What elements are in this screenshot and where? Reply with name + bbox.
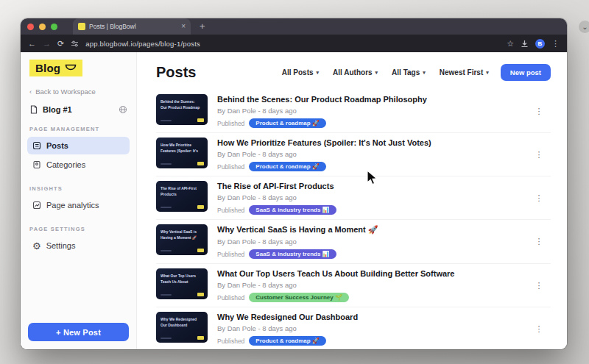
thumbnail-caption-bar (161, 163, 172, 165)
post-status-row: Published SaaS & industry trends 📊 (217, 249, 526, 259)
status-label: Published (217, 120, 244, 127)
thumbnail-title-text: The Rise of API-First Products (161, 185, 202, 198)
posts-page: Posts All Posts ▾ All Authors ▾ All Tags… (137, 52, 567, 349)
categories-icon (32, 160, 41, 169)
section-label-page-settings: PAGE SETTINGS (29, 226, 127, 232)
sidebar-item-posts[interactable]: Posts (27, 137, 130, 154)
tag-badge[interactable]: SaaS & industry trends 📊 (249, 205, 336, 215)
post-title[interactable]: Why We Redesigned Our Dashboard (217, 313, 526, 321)
post-menu-icon[interactable]: ⋮ (535, 107, 543, 116)
globe-icon[interactable] (119, 105, 127, 114)
post-byline: By Dan Pole - 8 days ago (217, 324, 526, 332)
post-menu-icon[interactable]: ⋮ (535, 237, 543, 246)
minimize-window-button[interactable] (39, 24, 46, 30)
sidebar-item-page-analytics[interactable]: Page analytics (27, 196, 130, 214)
back-to-workspace-link[interactable]: ‹ Back to Workspace (29, 88, 127, 96)
sidebar: Blog ‹ Back to Workspace Blog #1 (21, 52, 137, 349)
blogbowl-favicon (78, 23, 85, 30)
workspace-selector[interactable]: Blog #1 (29, 105, 127, 114)
filter-all-posts[interactable]: All Posts ▾ (282, 68, 319, 76)
profile-avatar[interactable]: B (535, 39, 545, 49)
close-window-button[interactable] (27, 24, 34, 30)
close-tab-icon[interactable]: × (181, 23, 186, 30)
thumbnail-title-text: Why Vertical SaaS is Having a Moment 🚀 (161, 229, 202, 241)
post-row[interactable]: Why Vertical SaaS is Having a Moment 🚀 W… (156, 220, 551, 264)
back-icon[interactable]: ← (28, 40, 36, 48)
thumbnail-title-text: Why We Redesigned Our Dashboard (161, 316, 202, 329)
post-title[interactable]: Why Vertical SaaS is Having a Moment 🚀 (217, 225, 526, 235)
post-summary: Why We Redesigned Our Dashboard By Dan P… (217, 312, 526, 346)
sidebar-item-settings[interactable]: ⚙ Settings (27, 237, 130, 254)
post-byline: By Dan Pole - 8 days ago (217, 193, 526, 201)
post-status-row: Published Product & roadmap 🚀 (217, 336, 526, 346)
post-summary: The Rise of API-First Products By Dan Po… (217, 181, 526, 215)
filter-all-authors[interactable]: All Authors ▾ (333, 68, 378, 76)
thumbnail-caption-bar (161, 207, 172, 208)
post-menu-icon[interactable]: ⋮ (535, 324, 543, 334)
zoom-window-button[interactable] (51, 24, 57, 30)
post-thumbnail[interactable]: Why We Redesigned Our Dashboard (156, 312, 208, 343)
address-bar[interactable]: app.blogbowl.io/pages/blog-1/posts (85, 40, 500, 48)
post-thumbnail[interactable]: Behind the Scenes: Our Product Roadmap P… (156, 94, 208, 125)
tag-badge[interactable]: Product & roadmap 🚀 (249, 336, 325, 346)
bookmark-star-icon[interactable]: ☆ (507, 40, 514, 48)
post-menu-icon[interactable]: ⋮ (535, 281, 543, 290)
thumbnail-logo-mark (197, 118, 204, 122)
sidebar-item-label: Page analytics (46, 201, 99, 210)
page-title: Posts (156, 64, 196, 81)
thumbnail-caption-bar (161, 338, 172, 339)
tag-badge[interactable]: Product & roadmap 🚀 (249, 118, 325, 128)
post-title[interactable]: The Rise of API-First Products (217, 182, 526, 190)
caret-down-icon: ▾ (375, 70, 378, 76)
post-summary: What Our Top Users Teach Us About Buildi… (217, 268, 526, 302)
post-menu-icon[interactable]: ⋮ (535, 193, 543, 203)
site-settings-icon[interactable] (71, 40, 79, 48)
post-title[interactable]: What Our Top Users Teach Us About Buildi… (217, 269, 526, 278)
sidebar-item-label: Categories (46, 160, 85, 169)
post-row[interactable]: How We Prioritize Features (Spoiler: It'… (156, 133, 551, 176)
post-title[interactable]: Behind the Scenes: Our Product Roadmap P… (217, 95, 526, 104)
post-menu-icon[interactable]: ⋮ (535, 150, 543, 160)
post-thumbnail[interactable]: How We Prioritize Features (Spoiler: It'… (156, 138, 208, 168)
post-title[interactable]: How We Prioritize Features (Spoiler: It'… (217, 138, 526, 147)
sort-newest-first[interactable]: Newest First ▾ (440, 68, 489, 76)
chevron-down-icon[interactable]: ⌄ (579, 21, 589, 33)
post-row[interactable]: Behind the Scenes: Our Product Roadmap P… (156, 90, 551, 133)
forward-icon[interactable]: → (43, 40, 51, 48)
status-label: Published (217, 251, 244, 258)
caret-down-icon: ▾ (423, 70, 426, 76)
tag-badge[interactable]: Product & roadmap 🚀 (249, 162, 325, 171)
download-icon[interactable] (521, 40, 529, 48)
tag-badge[interactable]: SaaS & industry trends 📊 (249, 249, 336, 259)
thumbnail-caption-bar (161, 120, 172, 121)
thumbnail-title-text: What Our Top Users Teach Us About Buildi… (161, 273, 202, 285)
new-tab-button[interactable]: + (200, 18, 205, 35)
filter-all-tags[interactable]: All Tags ▾ (392, 68, 426, 76)
blog-logo[interactable]: Blog (29, 60, 82, 76)
browser-menu-icon[interactable]: ⋮ (551, 40, 560, 48)
post-thumbnail[interactable]: Why Vertical SaaS is Having a Moment 🚀 (156, 224, 208, 255)
sidebar-item-categories[interactable]: Categories (27, 156, 130, 174)
post-row[interactable]: What Our Top Users Teach Us About Buildi… (156, 264, 551, 307)
blogbowl-app: Blog ‹ Back to Workspace Blog #1 (21, 52, 567, 349)
status-label: Published (217, 207, 244, 214)
sidebar-new-post-button[interactable]: + New Post (28, 323, 129, 341)
reload-icon[interactable]: ⟳ (57, 40, 64, 48)
post-thumbnail[interactable]: The Rise of API-First Products (156, 181, 208, 212)
analytics-icon (32, 201, 41, 210)
post-thumbnail[interactable]: What Our Top Users Teach Us About Buildi… (156, 268, 208, 299)
browser-toolbar: ← → ⟳ app.blogbowl.io/pages/blog-1/posts… (21, 35, 567, 52)
tag-badge[interactable]: Customer Success Journey 🌱 (249, 293, 349, 302)
post-status-row: Published SaaS & industry trends 📊 (217, 205, 526, 215)
post-list: Behind the Scenes: Our Product Roadmap P… (156, 90, 551, 349)
post-row[interactable]: The Rise of API-First Products The Rise … (156, 176, 551, 220)
tab-title: Posts | BlogBowl (89, 23, 177, 30)
browser-tab-posts[interactable]: Posts | BlogBowl × (73, 18, 191, 35)
post-row[interactable]: Why We Redesigned Our Dashboard Why We R… (156, 307, 551, 349)
chevron-left-icon: ‹ (29, 88, 32, 96)
new-post-button[interactable]: New post (501, 64, 551, 81)
post-byline: By Dan Pole - 8 days ago (217, 107, 526, 115)
thumbnail-caption-bar (161, 250, 172, 251)
post-summary: Why Vertical SaaS is Having a Moment 🚀 B… (217, 224, 526, 259)
post-status-row: Published Product & roadmap 🚀 (217, 162, 526, 171)
